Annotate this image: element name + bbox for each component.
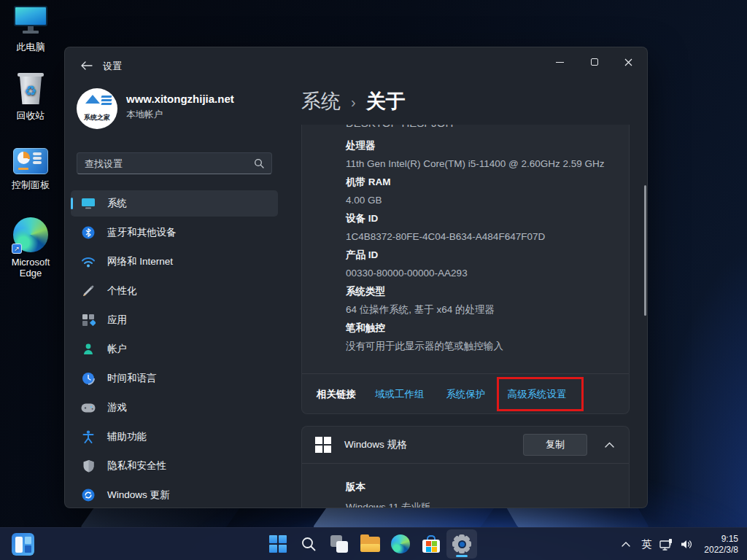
sidebar-item-personalization[interactable]: 个性化 xyxy=(71,278,278,304)
spec-row: 笔和触控 没有可用于此显示器的笔或触控输入 xyxy=(346,321,611,354)
copy-button[interactable]: 复制 xyxy=(523,434,587,456)
clock-date: 2022/3/8 xyxy=(704,545,738,556)
sidebar-item-label: 应用 xyxy=(107,314,127,327)
network-icon[interactable] xyxy=(657,534,676,556)
chevron-up-icon[interactable] xyxy=(605,442,614,448)
spec-list: 处理器 11th Gen Intel(R) Core(TM) i5-11400 … xyxy=(346,139,611,357)
accounts-person-icon xyxy=(81,342,96,357)
network-wifi-icon xyxy=(81,254,96,269)
desktop-icon-edge[interactable]: ↗ Microsoft Edge xyxy=(0,217,61,279)
gear-icon xyxy=(452,534,472,554)
spec-row: 处理器 11th Gen Intel(R) Core(TM) i5-11400 … xyxy=(346,139,611,171)
start-button[interactable] xyxy=(263,529,293,559)
sidebar-item-label: 时间和语言 xyxy=(107,372,157,385)
accessibility-person-icon xyxy=(81,429,96,444)
minimize-button[interactable] xyxy=(543,47,577,77)
taskbar-search-button[interactable] xyxy=(293,529,324,559)
device-spec-card: DESKTOP-HESPJOH 处理器 11th Gen Intel(R) Co… xyxy=(301,125,630,414)
spec-value: 11th Gen Intel(R) Core(TM) i5-11400 @ 2.… xyxy=(346,157,611,171)
task-view-button[interactable] xyxy=(324,529,355,559)
taskbar-center xyxy=(263,529,477,559)
device-name-clipped: DESKTOP-HESPJOH xyxy=(346,125,453,129)
search-icon xyxy=(301,536,317,552)
sidebar-item-windows-update[interactable]: Windows 更新 xyxy=(71,482,278,508)
ime-indicator[interactable]: 英 xyxy=(637,538,656,551)
link-label: 高级系统设置 xyxy=(508,389,567,400)
spec-label: 产品 ID xyxy=(346,248,611,262)
desktop-icon-label: 此电脑 xyxy=(0,41,61,54)
wallpaper-petal xyxy=(80,506,241,528)
sidebar-item-bluetooth-devices[interactable]: 蓝牙和其他设备 xyxy=(71,219,278,246)
privacy-shield-icon xyxy=(81,459,96,473)
search-input[interactable] xyxy=(77,158,254,169)
search-icon[interactable] xyxy=(254,158,264,168)
desktop: 此电脑 ♻ 回收站 控制面板 ↗ Microsoft Edge 设置 xyxy=(0,0,747,560)
sidebar-item-gaming[interactable]: 游戏 xyxy=(71,394,278,421)
titlebar[interactable]: 设置 xyxy=(65,47,647,82)
desktop-icon-recycle-bin[interactable]: ♻ 回收站 xyxy=(0,73,61,122)
related-links-row: 相关链接 域或工作组 系统保护 高级系统设置 xyxy=(317,374,622,414)
settings-button[interactable] xyxy=(446,529,477,559)
sidebar-item-label: 个性化 xyxy=(107,284,137,298)
desktop-icon-control-panel[interactable]: 控制面板 xyxy=(0,148,61,192)
store-button[interactable] xyxy=(416,529,446,559)
sidebar-item-accounts[interactable]: 帐户 xyxy=(71,336,278,362)
bluetooth-icon xyxy=(81,225,96,240)
back-button[interactable] xyxy=(75,56,98,75)
sidebar-item-system[interactable]: 系统 xyxy=(71,190,278,217)
spec-value: 64 位操作系统, 基于 x64 的处理器 xyxy=(346,303,611,317)
sidebar-item-label: 辅助功能 xyxy=(107,430,147,443)
link-advanced-system-settings[interactable]: 高级系统设置 xyxy=(508,388,567,401)
breadcrumb-chevron-icon: › xyxy=(351,94,356,111)
scrollbar[interactable] xyxy=(644,185,646,316)
avatar[interactable]: 系统之家 xyxy=(77,88,117,129)
widgets-button[interactable] xyxy=(12,533,34,556)
related-links-title: 相关链接 xyxy=(317,388,356,401)
sidebar-item-accessibility[interactable]: 辅助功能 xyxy=(71,424,278,450)
sidebar-item-time-language[interactable]: 时间和语言 xyxy=(71,365,278,392)
close-button[interactable] xyxy=(611,47,646,77)
tray-chevron-up-icon[interactable] xyxy=(616,534,635,556)
edge-icon xyxy=(391,534,410,553)
system-tray: 英 9:15 2022/3/8 xyxy=(616,528,747,560)
sidebar-item-label: 系统 xyxy=(107,197,127,210)
windows-logo-icon xyxy=(315,437,331,453)
selected-indicator xyxy=(71,198,73,209)
spec-value: 没有可用于此显示器的笔或触控输入 xyxy=(346,339,611,354)
volume-icon[interactable] xyxy=(678,534,697,556)
desktop-icon-label: Microsoft Edge xyxy=(0,257,61,279)
sidebar-item-label: Windows 更新 xyxy=(107,489,170,502)
desktop-icon-label: 控制面板 xyxy=(0,179,61,192)
sidebar-item-network-internet[interactable]: 网络和 Internet xyxy=(71,249,278,275)
avatar-logo xyxy=(85,95,100,104)
spec-value: 1C4B8372-80FE-4C04-B634-A484F647F07D xyxy=(346,230,611,244)
link-domain-workgroup[interactable]: 域或工作组 xyxy=(375,388,425,401)
account-name: www.xitongzhijia.net xyxy=(126,93,234,105)
spec-value: 00330-80000-00000-AA293 xyxy=(346,266,611,281)
spec-label: 系统类型 xyxy=(346,284,611,299)
file-explorer-button[interactable] xyxy=(355,529,385,559)
recycle-bin-icon: ♻ xyxy=(16,73,45,105)
start-icon xyxy=(269,535,287,553)
task-view-icon xyxy=(330,535,348,553)
maximize-button[interactable] xyxy=(577,47,611,77)
settings-search[interactable] xyxy=(77,152,272,174)
windows-spec-card: Windows 规格 复制 版本 Windows 11 专业版 xyxy=(301,426,630,508)
apps-icon xyxy=(81,313,96,327)
store-icon xyxy=(422,535,440,553)
sidebar-item-label: 网络和 Internet xyxy=(107,255,173,268)
sidebar-item-apps[interactable]: 应用 xyxy=(71,307,278,333)
windows-update-icon xyxy=(81,488,96,502)
taskbar-clock[interactable]: 9:15 2022/3/8 xyxy=(704,534,738,556)
link-system-protection[interactable]: 系统保护 xyxy=(446,388,486,401)
breadcrumb: 系统 › 关于 xyxy=(301,88,406,114)
time-language-clock-icon xyxy=(81,371,96,386)
breadcrumb-system[interactable]: 系统 xyxy=(301,88,341,114)
windows-spec-header[interactable]: Windows 规格 复制 xyxy=(302,427,629,463)
edge-button[interactable] xyxy=(385,529,416,559)
spec-value: Windows 11 专业版 xyxy=(346,500,611,508)
sidebar-nav: 系统 蓝牙和其他设备 网络和 Internet 个性化 xyxy=(71,190,278,508)
sidebar-item-label: 蓝牙和其他设备 xyxy=(107,226,177,239)
desktop-icon-this-pc[interactable]: 此电脑 xyxy=(0,6,61,54)
sidebar-item-privacy-security[interactable]: 隐私和安全性 xyxy=(71,453,278,479)
